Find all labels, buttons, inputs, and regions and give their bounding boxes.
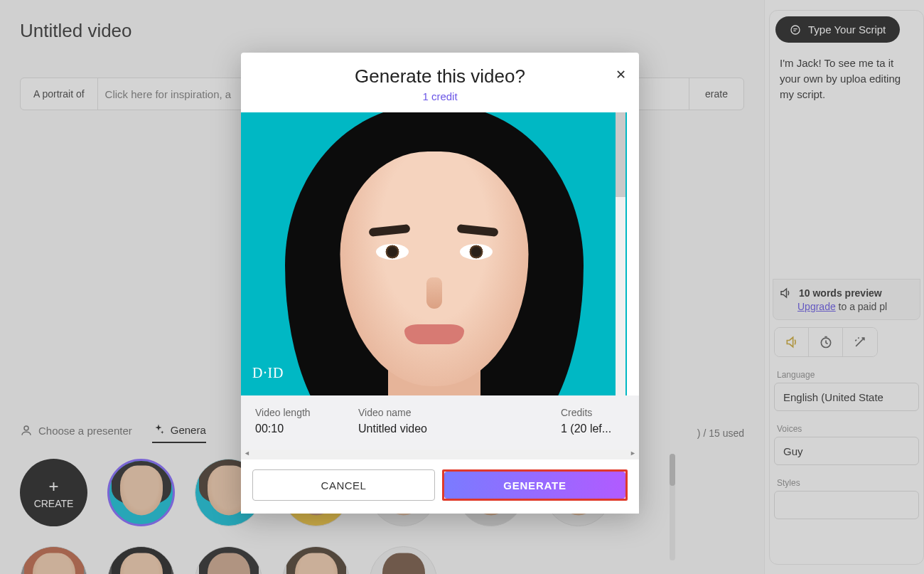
close-icon: ✕	[616, 68, 626, 82]
avatar-eye	[376, 244, 409, 260]
modal-info-scrollbar[interactable]	[241, 450, 639, 459]
credits-value: 1 (20 lef...	[561, 422, 625, 435]
avatar-eye	[460, 244, 493, 260]
modal-actions: CANCEL GENERATE	[241, 459, 639, 514]
credits-label: Credits	[561, 407, 625, 418]
modal-credit-text: 1 credit	[241, 90, 639, 102]
avatar-lips	[404, 324, 464, 344]
generate-modal: ✕ Generate this video? 1 credit D·ID Vid…	[241, 53, 639, 514]
generate-button-highlight: GENERATE	[442, 469, 628, 501]
video-name-label: Video name	[358, 407, 561, 418]
did-logo: D·ID	[252, 365, 284, 381]
avatar-nose	[426, 277, 442, 309]
modal-info: Video length 00:10 Video name Untitled v…	[241, 395, 639, 451]
video-name-value: Untitled video	[358, 422, 561, 435]
modal-title: Generate this video?	[241, 53, 639, 87]
modal-preview: D·ID	[241, 112, 627, 395]
video-length-label: Video length	[255, 407, 358, 418]
close-button[interactable]: ✕	[616, 67, 626, 83]
modal-preview-scrollbar[interactable]	[616, 112, 625, 395]
cancel-button[interactable]: CANCEL	[252, 469, 435, 501]
video-length-value: 00:10	[255, 422, 358, 435]
generate-button[interactable]: GENERATE	[444, 472, 625, 499]
